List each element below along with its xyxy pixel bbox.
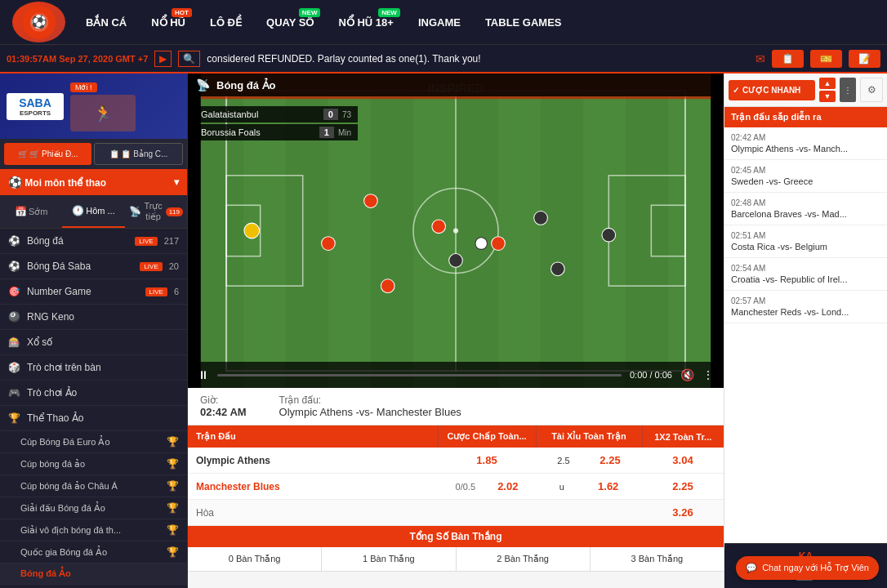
match-time-val: 02:42 AM — [200, 406, 247, 418]
section-header[interactable]: ⚽ Moi môn thể thao ▾ — [0, 169, 187, 195]
play-btn[interactable]: ▶ — [154, 51, 172, 67]
sport-item-number[interactable]: 🎯 Number Game LIVE 6 — [0, 279, 187, 305]
odds-header-row: Trận Đấu Cược Chấp Toàn... Tài Xỉu Toàn … — [188, 425, 724, 448]
tab-truc-tiep[interactable]: 📡 Trực tiếp 119 — [125, 195, 187, 228]
upcoming-match-2[interactable]: 02:48 AM Barcelona Braves -vs- Mad... — [724, 193, 887, 225]
trophy-icon-4: 🏆 — [167, 524, 179, 536]
nav-table-games[interactable]: TABLE GAMES — [485, 16, 562, 29]
ticker-icon-3[interactable]: 📝 — [849, 50, 880, 68]
live-icon: 📡 — [196, 78, 210, 91]
sub-item-4[interactable]: Giải vô địch bóng đá th... 🏆 — [0, 519, 187, 541]
sport-item-bong-da[interactable]: ⚽ Bóng đá LIVE 217 — [0, 229, 187, 254]
sub-item-7[interactable]: Bóng rổ Ảo 🏆 — [0, 585, 187, 588]
nav-ingame[interactable]: INGAME — [418, 16, 461, 29]
table-icon: 🎲 — [8, 362, 20, 373]
nav-no-hu-18[interactable]: NỔ HŨ 18+ NEW — [338, 16, 393, 29]
tab-hom[interactable]: 🕐 Hôm ... — [62, 195, 124, 228]
svg-point-28 — [475, 238, 488, 250]
team1-tai-xiu[interactable]: 2.5 2.25 — [536, 448, 642, 474]
settings-icon-btn[interactable]: ⚙ — [860, 78, 883, 102]
team2-chap[interactable]: 0/0.5 2.02 — [438, 474, 536, 500]
match-time-2: 02:48 AM — [731, 198, 880, 207]
sub-item-5[interactable]: Quốc gia Bóng đá Ảo 🏆 — [0, 541, 187, 564]
football-saba-icon: ⚽ — [8, 261, 20, 272]
sub-item-1[interactable]: Cúp bóng đá ảo 🏆 — [0, 453, 187, 475]
settings-btn[interactable]: ⋮ — [702, 368, 714, 381]
logo[interactable]: ⚽ — [12, 2, 65, 42]
upcoming-match-0[interactable]: 02:42 AM Olympic Athens -vs- Manch... — [724, 127, 887, 160]
main-layout: SABA ESPORTS Mới ! 🏃 🛒 🛒 Phiếu Đ... 📋 📋 … — [0, 74, 887, 588]
more-options-btn[interactable]: ⋮ — [840, 78, 856, 102]
xiu-label: u — [559, 482, 564, 492]
sub-item-2[interactable]: Cúp bóng đá ảo Châu Á 🏆 — [0, 475, 187, 497]
team2-name: Borussia Foals — [201, 127, 261, 137]
ticker-icon-1[interactable]: 📋 — [772, 50, 804, 68]
upcoming-match-3[interactable]: 02:51 AM Costa Rica -vs- Belgium — [724, 225, 887, 258]
upcoming-match-1[interactable]: 02:45 AM Sweden -vs- Greece — [724, 160, 887, 193]
gio-label: Giờ: — [200, 394, 218, 406]
cuoc-nhanh-btn[interactable]: ✓ CƯỢC NHANH — [729, 80, 815, 100]
col-0-goals[interactable]: 0 Bàn Thắng — [188, 547, 322, 571]
play-pause-btn[interactable]: ⏸ — [198, 368, 209, 381]
sub-name-2: Cúp bóng đá ảo Châu Á — [20, 481, 162, 492]
ticker-icon-2[interactable]: 🎫 — [810, 50, 842, 68]
arrow-controls: ▲ ▼ — [819, 78, 836, 102]
saba-logo: SABA ESPORTS — [7, 93, 64, 120]
sport-item-the-thao-ao[interactable]: 🏆 Thể Thao Ảo — [0, 406, 187, 431]
time-display: 0:00 / 0:06 — [630, 370, 672, 380]
number-icon: 🎯 — [8, 286, 20, 297]
video-section: 📡 Bóng đá Ảo Galataistanbul 0 73 Borussi… — [188, 74, 724, 388]
nav-no-hu[interactable]: NỔ HŨ HOT — [151, 16, 185, 29]
col-1-goals[interactable]: 1 Bàn Thắng — [322, 547, 456, 571]
upcoming-match-4[interactable]: 02:54 AM Croatia -vs- Republic of Irel..… — [724, 258, 887, 291]
ticker-text: considered REFUNDED. Parlay counted as o… — [207, 53, 749, 65]
sport-item-xoso[interactable]: 🎰 Xổ số — [0, 330, 187, 355]
team2-1x2[interactable]: 2.25 — [642, 474, 724, 500]
video-controls: ⏸ 0:00 / 0:06 🔇 ⋮ — [188, 362, 724, 388]
team1-chap[interactable]: 1.85 — [438, 448, 536, 474]
nav-quay-so[interactable]: QUAY SỐ NEW — [266, 16, 314, 29]
sport-name-tcb: Trò chơi trên bàn — [27, 362, 179, 373]
col-2-goals[interactable]: 2 Bàn Thắng — [457, 547, 591, 571]
team2-row: Manchester Blues 0/0.5 2.02 u 1.62 — [188, 474, 724, 500]
chat-button[interactable]: 💬 Chat ngay với Hỗ Trợ Viên — [736, 556, 879, 580]
hot-badge: HOT — [172, 8, 192, 17]
volume-btn[interactable]: 🔇 — [680, 368, 694, 381]
draw-1x2[interactable]: 3.26 — [642, 500, 724, 526]
sub-name-4: Giải vô địch bóng đá th... — [20, 525, 162, 536]
mail-btn[interactable]: ✉ — [756, 52, 765, 65]
trophy-icon-1: 🏆 — [167, 458, 179, 470]
sub-item-0[interactable]: Cúp Bóng Đá Euro Ảo 🏆 — [0, 431, 187, 453]
progress-bar[interactable] — [217, 374, 622, 376]
draw-chap — [438, 500, 536, 526]
score-min: Min — [338, 128, 351, 137]
team1-1x2[interactable]: 3.04 — [642, 448, 724, 474]
new-badge-2: NEW — [378, 8, 400, 17]
sport-name-tta: Thể Thao Ảo — [27, 412, 179, 424]
col-3-goals[interactable]: 3 Bàn Thắng — [591, 547, 724, 571]
trophy-icon-5: 🏆 — [167, 546, 179, 558]
sport-name: Bóng đá — [27, 235, 128, 247]
nav-lo-de[interactable]: LÔ ĐỀ — [210, 16, 242, 29]
arrow-up-btn[interactable]: ▲ — [819, 78, 836, 89]
arrow-down-btn[interactable]: ▼ — [819, 91, 836, 102]
search-btn[interactable]: 🔍 — [178, 51, 200, 67]
sport-item-rng[interactable]: 🎱 RNG Keno — [0, 305, 187, 330]
live-count-badge: 119 — [166, 207, 183, 216]
upcoming-match-5[interactable]: 02:57 AM Manchester Reds -vs- Lond... — [724, 291, 887, 323]
sport-item-tro-choi-ban[interactable]: 🎲 Trò chơi trên bàn — [0, 355, 187, 381]
draw-row: Hòa 3.26 — [188, 500, 724, 526]
phieu-d-btn[interactable]: 🛒 🛒 Phiếu Đ... — [4, 143, 91, 165]
sub-item-3[interactable]: Giải đấu Bóng đá Ảo 🏆 — [0, 497, 187, 519]
promo-banner[interactable]: SABA ESPORTS Mới ! 🏃 — [0, 74, 187, 139]
sub-item-6-active[interactable]: Bóng đá Ảo — [0, 564, 187, 585]
tab-som[interactable]: 📅 Sớm — [0, 195, 62, 228]
nav-ban-ca[interactable]: BẮN CÁ — [86, 16, 127, 29]
match-time-3: 02:51 AM — [731, 231, 880, 240]
svg-rect-8 — [541, 74, 583, 388]
bang-c-btn[interactable]: 📋 📋 Bảng C... — [94, 143, 183, 165]
sport-item-tro-choi-ao[interactable]: 🎮 Trò chơi Ảo — [0, 381, 187, 406]
sport-item-bong-da-saba[interactable]: ⚽ Bóng Đá Saba LIVE 20 — [0, 254, 187, 279]
live-badge-number: LIVE — [145, 287, 167, 296]
team2-tai-xiu[interactable]: u 1.62 — [536, 474, 642, 500]
